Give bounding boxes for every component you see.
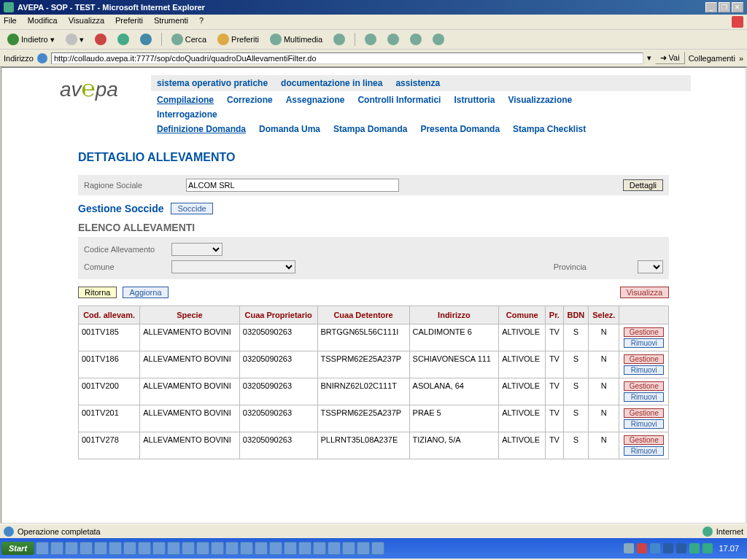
search-button[interactable]: Cerca [168,32,210,47]
codice-label: Codice Allevamento [84,245,164,254]
links-label[interactable]: Collegamenti [689,54,735,63]
mail-button[interactable] [361,32,380,47]
ritorna-button[interactable]: Ritorna [78,287,117,298]
task-item[interactable] [371,542,384,555]
nav-definizione[interactable]: Definizione Domanda [157,124,246,134]
stop-button[interactable] [91,32,110,47]
menu-help[interactable]: ? [199,16,204,28]
task-item[interactable] [80,542,93,555]
task-item[interactable] [284,542,297,555]
main-toolbar: Indietro ▾ ▾ Cerca Preferiti Multimedia [0,30,747,50]
task-item[interactable] [152,542,166,555]
menu-preferiti[interactable]: Preferiti [115,16,143,28]
tray-icon[interactable] [663,543,673,553]
gestione-button[interactable]: Gestione [624,327,664,337]
table-cell: TIZIANO, 5/A [409,432,499,459]
menu-modifica[interactable]: Modifica [28,16,58,28]
gestione-button[interactable]: Gestione [624,408,664,418]
menu-visualizza[interactable]: Visualizza [69,16,104,28]
dettagli-button[interactable]: Dettagli [623,179,663,191]
task-item[interactable] [211,542,224,555]
rimuovi-button[interactable]: Rimuovi [624,446,664,456]
tray-icon[interactable] [689,543,700,553]
nav-controlli[interactable]: Controlli Informatici [357,95,441,105]
codice-select[interactable] [171,243,222,256]
address-input[interactable] [51,52,643,64]
discuss-button[interactable] [429,32,448,47]
task-item[interactable] [225,542,239,555]
menu-file[interactable]: File [4,16,17,28]
rimuovi-button[interactable]: Rimuovi [624,338,664,348]
task-item[interactable] [196,542,209,555]
task-item[interactable] [313,542,326,555]
print-button[interactable] [384,32,403,47]
minimize-button[interactable]: _ [705,2,717,12]
task-item[interactable] [255,542,268,555]
nav-assistenza[interactable]: assistenza [395,78,440,88]
nav-domanda-uma[interactable]: Domanda Uma [259,124,320,134]
rimuovi-button[interactable]: Rimuovi [624,392,664,402]
soccide-button[interactable]: Soccide [171,203,212,214]
tray-icon[interactable] [703,543,713,553]
go-button[interactable]: ➜ Vai [655,52,685,64]
history-button[interactable] [330,32,349,47]
nav-compilazione[interactable]: Compilazione [157,95,214,105]
rimuovi-button[interactable]: Rimuovi [624,419,664,429]
task-item[interactable] [342,542,355,555]
rimuovi-button[interactable]: Rimuovi [624,365,664,375]
gestione-button[interactable]: Gestione [624,381,664,391]
ragione-input[interactable] [186,179,399,192]
task-item[interactable] [65,542,78,555]
tray-icon[interactable] [676,543,686,553]
edit-button[interactable] [406,32,425,47]
task-item[interactable] [123,542,136,555]
multimedia-button[interactable]: Multimedia [266,32,326,47]
table-cell: ALLEVAMENTO BOVINI [140,324,240,351]
dropdown-icon[interactable]: ▾ [647,53,651,63]
tray-icon[interactable] [624,543,634,553]
gestione-button[interactable]: Gestione [624,354,664,364]
task-item[interactable] [240,542,253,555]
home-button[interactable] [136,32,155,47]
menu-strumenti[interactable]: Strumenti [154,16,188,28]
task-item[interactable] [269,542,282,555]
nav-correzione[interactable]: Correzione [227,95,273,105]
gestione-button[interactable]: Gestione [624,435,664,445]
task-item[interactable] [167,542,180,555]
task-item[interactable] [182,542,195,555]
aggiorna-button[interactable]: Aggiorna [123,287,168,298]
nav-interrogazione[interactable]: Interrogazione [157,109,217,120]
start-button[interactable]: Start [1,542,34,555]
back-button[interactable]: Indietro ▾ [4,32,58,47]
table-cell: 03205090263 [239,405,317,432]
provincia-select[interactable] [638,260,663,273]
close-button[interactable]: ✕ [732,2,743,12]
nav-stampa-domanda[interactable]: Stampa Domanda [333,124,407,134]
task-item[interactable] [298,542,311,555]
task-item[interactable] [36,542,49,555]
clock[interactable]: 17.07 [716,544,742,553]
nav-assegnazione[interactable]: Assegnazione [286,95,345,105]
expand-icon[interactable]: » [739,54,743,63]
favorites-button[interactable]: Preferiti [214,32,263,47]
nav-presenta-domanda[interactable]: Presenta Domanda [420,124,500,134]
tray-icon[interactable] [650,543,660,553]
restore-button[interactable]: ❐ [719,2,730,12]
nav-stampa-checklist[interactable]: Stampa Checklist [513,124,586,134]
task-item[interactable] [328,542,341,555]
nav-visualizzazione[interactable]: Visualizzazione [508,95,572,105]
task-item[interactable] [138,542,151,555]
col-codice: Cod. allevam. [79,306,140,324]
forward-button[interactable]: ▾ [62,32,88,47]
refresh-button[interactable] [114,32,133,47]
visualizza-button[interactable]: Visualizza [620,287,669,298]
task-item[interactable] [357,542,370,555]
nav-sistema[interactable]: sistema operativo pratiche [157,78,268,88]
tray-icon[interactable] [637,543,647,553]
comune-select[interactable] [171,260,295,273]
task-item[interactable] [50,542,63,555]
task-item[interactable] [109,542,122,555]
task-item[interactable] [94,542,107,555]
nav-istruttoria[interactable]: Istruttoria [454,95,495,105]
nav-documentazione[interactable]: documentazione in linea [281,78,382,88]
